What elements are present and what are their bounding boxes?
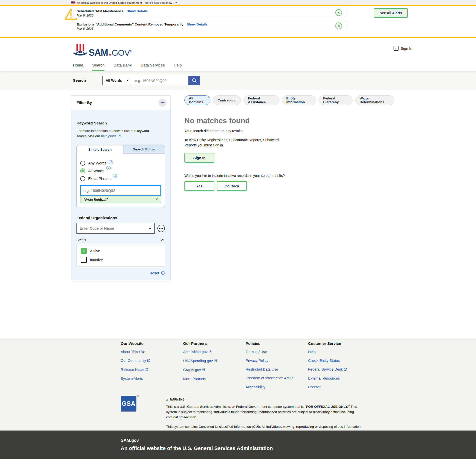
main-nav: Home Search Data Bank Data Services Help (0, 60, 476, 71)
nav-item-help[interactable]: Help (174, 60, 182, 71)
active-checkbox[interactable]: ✓ (81, 248, 87, 254)
exact-phrase-radio[interactable] (80, 176, 85, 181)
gsa-registered-mark: ® (137, 395, 139, 397)
reset-refresh-icon (161, 271, 165, 275)
remove-keyword-icon[interactable]: × (156, 197, 158, 201)
simple-search-panel: Any Words i All Words i Exact Phrase i "… (76, 154, 165, 207)
info-icon[interactable]: i (106, 166, 111, 170)
page: An official website of the United States… (0, 0, 476, 459)
footer-link-help[interactable]: Help (308, 350, 347, 354)
yes-button[interactable]: Yes (184, 181, 214, 191)
logo-text-sam: SAM (89, 49, 108, 57)
search-bar-region: Search All Words (0, 71, 476, 90)
alert-date: Mar 6, 2026 (77, 27, 342, 30)
no-results-text: Your search did not return any results. (184, 129, 394, 133)
search-label: Search (73, 78, 86, 83)
chevron-up-icon (161, 239, 164, 242)
reset-filters-link[interactable]: Reset (150, 271, 159, 275)
search-scope-select[interactable]: All Words (102, 76, 132, 85)
help-guide-link[interactable]: help guide (101, 134, 116, 138)
footer-link-grants-gov[interactable]: Grants.gov (183, 368, 217, 372)
external-link-icon (290, 376, 293, 380)
radio-row-any-words: Any Words i (80, 161, 161, 166)
footer-link-terms-of-use[interactable]: Terms of Use (246, 350, 293, 354)
search-submit-button[interactable] (189, 76, 200, 85)
exact-phrase-label: Exact Phrase (88, 176, 110, 181)
domain-tab-all-domains[interactable]: All Domains (184, 95, 210, 105)
nav-item-data-bank[interactable]: Data Bank (113, 60, 131, 71)
inactive-checkbox[interactable] (81, 257, 87, 263)
tab-search-editor[interactable]: Search Editor (123, 145, 165, 154)
sign-in-button[interactable]: Sign In (184, 153, 214, 163)
footer-link-privacy-policy[interactable]: Privacy Policy (246, 359, 293, 363)
logo-star-icon: ★ (108, 53, 111, 56)
gov-banner-link[interactable]: Here’s how you know (145, 1, 172, 4)
footer-link-usaspending-gov[interactable]: USASpending.gov (183, 359, 217, 363)
domain-tab-wage-determinations[interactable]: Wage Determinations (355, 95, 394, 105)
footer-heading: Policies (246, 341, 293, 346)
footer-link-restricted-data-use[interactable]: Restricted Data Use (246, 367, 293, 371)
external-link-icon (214, 359, 217, 363)
footer-link-more-partners[interactable]: More Partners (183, 377, 217, 381)
footer-divider (0, 393, 476, 393)
see-all-alerts-button[interactable]: See All Alerts (374, 8, 408, 18)
more-options-button[interactable]: ●●● (157, 225, 165, 232)
domain-tab-entity-information[interactable]: Entity Information (282, 95, 316, 105)
footer-link-our-community[interactable]: Our Community (121, 359, 150, 363)
logo-text-gov: GOV (112, 49, 130, 57)
status-accordion-toggle[interactable]: Status (76, 238, 165, 242)
alert-show-details-link[interactable]: Show Details (127, 9, 148, 13)
status-active-row[interactable]: ✓ Active (81, 248, 161, 254)
keyword-search-input[interactable] (80, 185, 161, 196)
magnifier-icon (192, 78, 197, 83)
filter-panel-body: Keyword Search For more information on h… (71, 110, 170, 280)
footer-heading: Our Website (121, 341, 150, 346)
go-back-button[interactable]: Go Back (217, 181, 247, 191)
status-inactive-row[interactable]: Inactive (81, 257, 161, 263)
footer-link-check-entity-status[interactable]: Check Entity Status (308, 359, 347, 363)
alert-show-details-link[interactable]: Show Details (187, 22, 208, 26)
info-icon[interactable]: i (109, 160, 113, 164)
uncle-sam-hat-icon (73, 42, 87, 57)
domain-tabs: All Domains Contracting Federal Assistan… (184, 95, 394, 105)
footer-site-name: SAM.gov (121, 438, 476, 443)
sign-in-link[interactable]: ← Sign In (394, 46, 412, 51)
nav-item-search[interactable]: Search (92, 60, 104, 71)
domain-tab-contracting[interactable]: Contracting (213, 95, 241, 105)
external-link-icon (344, 368, 347, 372)
alert-item: Scheduled SAM Maintenance Show Details M… (72, 7, 346, 18)
footer-link-release-notes[interactable]: Release Notes (121, 368, 150, 372)
tab-simple-search[interactable]: Simple Search (76, 145, 123, 154)
nav-item-data-services[interactable]: Data Services (141, 60, 165, 71)
info-icon[interactable]: i (113, 174, 117, 178)
footer-link-federal-service-desk[interactable]: Federal Service Desk (308, 367, 347, 372)
alert-item: Exclusions “Additional Comments” Content… (72, 20, 346, 31)
keyword-chip: "Avan Rughzai" × (80, 196, 161, 203)
keyword-chip-label: "Avan Rughzai" (83, 198, 108, 201)
domain-tab-federal-assistance[interactable]: Federal Assistance (243, 95, 279, 105)
all-words-radio[interactable] (80, 168, 85, 173)
active-label: Active (90, 249, 100, 253)
footer-link-contact[interactable]: Contact (308, 385, 347, 389)
external-link-icon (147, 359, 150, 363)
top-search-input[interactable] (132, 76, 189, 85)
nav-item-home[interactable]: Home (73, 60, 83, 71)
collapse-filters-button[interactable] (158, 99, 166, 107)
no-matches-heading: No matches found (184, 116, 394, 125)
any-words-radio[interactable] (80, 161, 85, 166)
footer-link-acquisition-gov[interactable]: Acquisition.gov (183, 350, 217, 354)
alert-close-button[interactable]: × (335, 22, 342, 29)
domain-tab-federal-hierarchy[interactable]: Federal Hierarchy (319, 95, 353, 105)
footer-link-accessibility[interactable]: Accessibility (246, 385, 293, 389)
federal-organizations-input[interactable] (76, 223, 155, 234)
footer-link-foia[interactable]: Freedom of Information Act (246, 376, 293, 380)
footer-link-system-alerts[interactable]: System Alerts (121, 377, 150, 381)
sign-in-note: To view Entity Registrations, Subcontrac… (184, 137, 292, 148)
footer-link-external-resources[interactable]: External Resources (308, 376, 347, 380)
keyword-search-info: For more information on how to use our k… (76, 128, 156, 139)
sam-gov-logo[interactable]: SAM ★ GOV ® (73, 42, 132, 57)
alert-close-button[interactable]: × (335, 9, 342, 16)
warning-title: WARNING (170, 397, 184, 401)
footer-col-policies: Policies Terms of Use Privacy Policy Res… (246, 341, 293, 394)
footer-link-about-this-site[interactable]: About This Site (121, 350, 150, 354)
